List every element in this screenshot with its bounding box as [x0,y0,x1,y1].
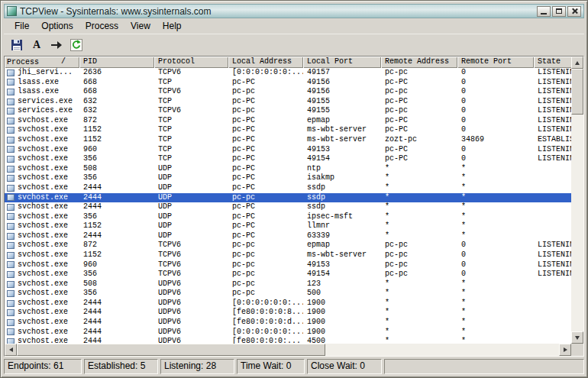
column-header-local_address[interactable]: Local Address [228,57,303,68]
cell-remote_address: * [381,173,457,183]
column-header-state[interactable]: State [534,57,571,68]
close-button[interactable] [567,6,581,17]
table-row[interactable]: svchost.exe1152TCPpc-PCms-wbt-serverpc-P… [5,125,571,135]
scroll-right-button[interactable] [559,344,571,356]
column-header-remote_address[interactable]: Remote Address [381,57,457,68]
table-row[interactable]: svchost.exe2444UDPV6[0:0:0:0:0:0:...1900… [5,299,571,309]
column-header-local_port[interactable]: Local Port [303,57,381,68]
cell-text: TCPV6 [158,68,181,76]
table-row[interactable]: svchost.exe356UDPpc-PCisakmp** [5,173,571,183]
cell-text: 0 [461,270,466,278]
cell-local_port: ssdp [303,183,381,193]
cell-text: svchost.exe [18,318,68,328]
table-row[interactable]: svchost.exe508UDPV6pc-pc123** [5,279,571,289]
menu-help[interactable]: Help [157,19,188,33]
table-row[interactable]: lsass.exe668TCPV6pc-pc49156pc-pc0LISTENI… [5,87,571,97]
table-row[interactable]: services.exe632TCPpc-PC49155pc-PC0LISTEN… [5,97,571,107]
cell-text: epmap [307,116,330,124]
menu-process[interactable]: Process [79,19,124,33]
cell-text: 2444 [83,318,102,326]
refresh-button[interactable] [67,37,86,53]
font-button[interactable]: A [27,37,46,53]
cell-text: pc-pc [385,106,408,115]
cell-text: * [461,289,466,297]
cell-local_port: 63339 [303,231,381,241]
scroll-left-button[interactable] [5,344,17,356]
process-icon [7,108,15,115]
cell-local_address: pc-PC [228,154,303,164]
cell-text: [fe80:0:0:0:d... [232,318,303,326]
cell-text: ipsec-msft [307,212,353,221]
table-row[interactable]: svchost.exe2444UDPpc-pcssdp** [5,193,571,203]
vertical-scrollbar[interactable] [571,57,583,344]
cell-text: 1152 [83,250,102,259]
cell-text: 2636 [83,68,102,76]
table-row[interactable]: services.exe632TCPV6pc-pc49155pc-pc0LIST… [5,106,571,116]
table-row[interactable]: svchost.exe872TCPpc-PCepmappc-PC0LISTENI… [5,116,571,126]
cell-state: ESTABLISHED [534,135,571,145]
column-header-protocol[interactable]: Protocol [154,57,228,68]
cell-remote_port: * [457,231,534,241]
cell-remote_address: pc-pc [381,68,457,78]
cell-process: services.exe [5,97,79,107]
table-row[interactable]: svchost.exe1152TCPpc-PCms-wbt-serverzozt… [5,135,571,145]
minimize-button[interactable] [537,6,551,17]
cell-text: pc-PC [232,202,255,211]
table-row[interactable]: svchost.exe356TCPV6pc-pc49154pc-pc0LISTE… [5,270,571,279]
cell-process: svchost.exe [5,279,79,289]
menu-file[interactable]: File [8,19,35,33]
menu-options[interactable]: Options [35,19,79,33]
column-header-process[interactable]: Process/ [5,57,79,68]
table-row[interactable]: svchost.exe356TCPpc-PC49154pc-PC0LISTENI… [5,154,571,164]
table-row[interactable]: svchost.exe960TCPpc-PC49153pc-PC0LISTENI… [5,145,571,155]
table-row[interactable]: jhi_servi...2636TCPV6[0:0:0:0:0:0:...491… [5,68,571,78]
scroll-down-button[interactable] [571,331,583,344]
table-row[interactable]: svchost.exe356UDPpc-PCipsec-msft** [5,212,571,222]
table-row[interactable]: svchost.exe960TCPV6pc-pc49153pc-pc0LISTE… [5,260,571,270]
process-icon [7,127,15,134]
cell-text: 1152 [83,135,102,144]
scroll-up-button[interactable] [571,57,583,69]
table-row[interactable]: lsass.exe668TCPpc-PC49156pc-PC0LISTENING [5,78,571,88]
cell-text: * [385,318,389,326]
cell-text: pc-PC [232,212,255,221]
table-row[interactable]: svchost.exe2444UDPpc-PCssdp** [5,183,571,193]
cell-state: LISTENING [534,270,571,279]
cell-text: LISTENING [538,125,571,134]
vertical-scroll-thumb[interactable] [571,69,583,115]
table-row[interactable]: svchost.exe2444UDPpc-PC63339** [5,231,571,241]
cell-local_port: 1900 [303,328,381,338]
table-row[interactable]: svchost.exe2444UDPV6[fe80:0:0:0:8...1900… [5,308,571,318]
table-row[interactable]: svchost.exe508UDPpc-PCntp** [5,164,571,174]
column-header-pid[interactable]: PID [79,57,154,68]
cell-text: pc-PC [232,221,255,230]
maximize-button[interactable] [552,6,566,17]
save-button[interactable] [8,37,26,53]
column-header-remote_port[interactable]: Remote Port [457,57,534,68]
menu-view[interactable]: View [124,19,157,33]
table-row[interactable]: svchost.exe1152TCPV6pc-pcms-wbt-serverpc… [5,250,571,260]
table-row[interactable]: svchost.exe2444UDPV6[fe80:0:0:0:...4500*… [5,337,571,344]
table-row[interactable]: svchost.exe2444UDPpc-PCssdp** [5,202,571,212]
horizontal-scrollbar[interactable] [5,344,571,356]
cell-text: LISTENING [538,97,571,105]
cell-pid: 508 [79,279,154,289]
cell-pid: 668 [79,78,154,88]
title-bar[interactable]: TCPView - Sysinternals: www.sysinternals… [4,4,584,18]
table-row[interactable]: svchost.exe356UDPV6pc-pc500** [5,289,571,299]
table-row[interactable]: svchost.exe1152UDPpc-PCllmnr** [5,221,571,231]
cell-text: pc-PC [385,145,408,153]
cell-text: LISTENING [538,260,571,269]
cell-text: LISTENING [538,78,571,86]
table-row[interactable]: svchost.exe2444UDPV6[0:0:0:0:0:0:...1900… [5,328,571,338]
table-row[interactable]: svchost.exe2444UDPV6[fe80:0:0:0:d...1900… [5,318,571,328]
cell-pid: 2444 [79,337,154,344]
disconnect-button[interactable] [47,37,66,53]
refresh-icon [70,39,82,51]
cell-text: pc-pc [232,250,255,259]
horizontal-scroll-thumb[interactable] [17,344,325,356]
cell-state: LISTENING [534,145,571,155]
cell-local_address: pc-PC [228,221,303,231]
table-row[interactable]: svchost.exe872TCPV6pc-pcepmappc-pc0LISTE… [5,241,571,250]
cell-local_address: pc-pc [228,270,303,279]
